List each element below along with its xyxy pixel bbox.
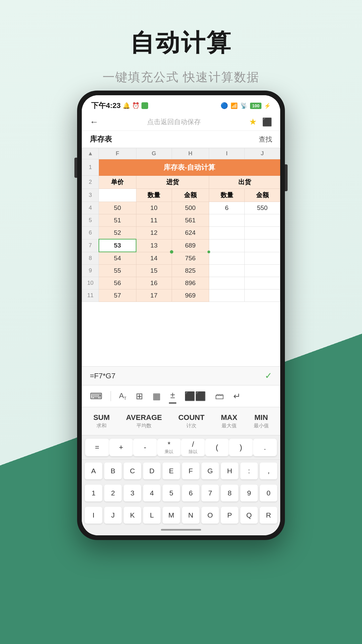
rparen-button[interactable]: ): [229, 439, 253, 456]
formula-icon[interactable]: ±: [169, 389, 176, 404]
cell-j6[interactable]: [245, 227, 280, 239]
key-2[interactable]: 2: [104, 485, 122, 501]
find-button[interactable]: 查找: [259, 135, 272, 144]
key-A[interactable]: A: [85, 463, 102, 479]
enter-icon[interactable]: ↵: [232, 390, 242, 403]
cell-f11[interactable]: 57: [99, 289, 136, 302]
back-button[interactable]: ←: [90, 117, 99, 127]
key-H[interactable]: H: [221, 463, 238, 479]
toolbar: ⌨ AT ⊞ ▦ ± ⬛⬛ 🗃 ↵: [82, 385, 280, 407]
cell-i9[interactable]: [209, 265, 245, 277]
layout-icon[interactable]: ▦: [151, 390, 162, 403]
cell-h11[interactable]: 969: [172, 289, 209, 302]
key-Q[interactable]: Q: [240, 507, 258, 524]
key-5[interactable]: 5: [163, 485, 180, 501]
cell-i8[interactable]: [209, 252, 245, 265]
key-F[interactable]: F: [182, 463, 199, 479]
key-9[interactable]: 9: [240, 485, 258, 501]
cell-g5[interactable]: 11: [136, 214, 172, 227]
cell-g4[interactable]: 10: [136, 202, 172, 214]
cell-h7[interactable]: 689: [172, 239, 209, 252]
dot-button[interactable]: .: [253, 439, 277, 456]
text-format-icon[interactable]: AT: [118, 390, 128, 402]
cell-h9[interactable]: 825: [172, 265, 209, 277]
cell-f9[interactable]: 55: [99, 265, 136, 277]
equals-button[interactable]: =: [85, 439, 109, 456]
cell-j4[interactable]: 550: [245, 202, 280, 214]
cell-f10[interactable]: 56: [99, 277, 136, 289]
cell-j11[interactable]: [245, 289, 280, 302]
cell-g8[interactable]: 14: [136, 252, 172, 265]
cell-j8[interactable]: [245, 252, 280, 265]
key-K[interactable]: K: [124, 507, 141, 524]
key-B[interactable]: B: [104, 463, 122, 479]
key-7[interactable]: 7: [201, 485, 219, 501]
key-D[interactable]: D: [143, 463, 161, 479]
cell-f5[interactable]: 51: [99, 214, 136, 227]
key-colon[interactable]: :: [240, 463, 258, 479]
cell-g6[interactable]: 12: [136, 227, 172, 239]
cell-i5[interactable]: [209, 214, 245, 227]
average-button[interactable]: AVERAGE 平均数: [122, 412, 166, 430]
cell-f4[interactable]: 50: [99, 202, 136, 214]
key-3[interactable]: 3: [124, 485, 141, 501]
cell-g10[interactable]: 16: [136, 277, 172, 289]
cell-i4[interactable]: 6: [209, 202, 245, 214]
star-icon[interactable]: ★: [249, 117, 257, 127]
min-sublabel: 最小值: [254, 423, 269, 429]
cell-g11[interactable]: 17: [136, 289, 172, 302]
cell-g7[interactable]: 13: [136, 239, 172, 252]
key-6[interactable]: 6: [182, 485, 199, 501]
key-4[interactable]: 4: [143, 485, 161, 501]
sum-button[interactable]: SUM 求和: [89, 412, 114, 430]
cell-i7[interactable]: [209, 239, 245, 252]
divide-label: 除以: [189, 449, 197, 455]
multiply-button[interactable]: * 乘以: [157, 439, 181, 456]
key-I[interactable]: I: [85, 507, 102, 524]
cell-h8[interactable]: 756: [172, 252, 209, 265]
key-R[interactable]: R: [260, 507, 277, 524]
divide-button[interactable]: / 除以: [181, 439, 205, 456]
key-0[interactable]: 0: [260, 485, 277, 501]
cell-j10[interactable]: [245, 277, 280, 289]
cell-i11[interactable]: [209, 289, 245, 302]
key-O[interactable]: O: [201, 507, 219, 524]
key-1[interactable]: 1: [85, 485, 102, 501]
cell-h5[interactable]: 561: [172, 214, 209, 227]
formula-confirm-icon[interactable]: ✓: [265, 371, 272, 381]
cell-f8[interactable]: 54: [99, 252, 136, 265]
formula-text[interactable]: =F7*G7: [90, 372, 115, 380]
cell-j9[interactable]: [245, 265, 280, 277]
key-J[interactable]: J: [104, 507, 122, 524]
count-button[interactable]: COUNT 计次: [174, 412, 208, 430]
cell-f7-selected[interactable]: 53: [99, 239, 136, 252]
keyboard-icon[interactable]: ⌨: [88, 390, 104, 403]
table-insert-icon[interactable]: 🗃: [214, 390, 225, 403]
cell-f6[interactable]: 52: [99, 227, 136, 239]
key-C[interactable]: C: [124, 463, 141, 479]
key-M[interactable]: M: [163, 507, 180, 524]
grid-icon[interactable]: ⊞: [134, 390, 144, 403]
key-L[interactable]: L: [143, 507, 161, 524]
cell-j7[interactable]: [245, 239, 280, 252]
key-G[interactable]: G: [201, 463, 219, 479]
key-E[interactable]: E: [163, 463, 180, 479]
cell-h6[interactable]: 624: [172, 227, 209, 239]
cell-h10[interactable]: 896: [172, 277, 209, 289]
cell-j5[interactable]: [245, 214, 280, 227]
key-comma[interactable]: ，: [260, 463, 277, 479]
cell-i10[interactable]: [209, 277, 245, 289]
min-button[interactable]: MIN 最小值: [250, 412, 273, 430]
cell-h4[interactable]: 500: [172, 202, 209, 214]
max-button[interactable]: MAX 最大值: [217, 412, 241, 430]
lparen-button[interactable]: (: [205, 439, 229, 456]
cell-g9[interactable]: 15: [136, 265, 172, 277]
blocks-icon[interactable]: ⬛⬛: [183, 390, 207, 403]
share-icon[interactable]: ⬛: [262, 117, 272, 127]
key-P[interactable]: P: [221, 507, 238, 524]
minus-button[interactable]: -: [133, 439, 157, 456]
key-8[interactable]: 8: [221, 485, 238, 501]
plus-button[interactable]: +: [109, 439, 133, 456]
cell-i6[interactable]: [209, 227, 245, 239]
key-N[interactable]: N: [182, 507, 199, 524]
